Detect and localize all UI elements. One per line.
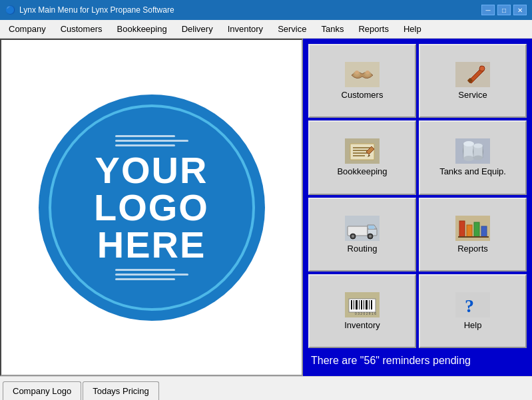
service-icon: [455, 62, 490, 87]
app-icon: 🔵: [5, 5, 15, 15]
menu-item-delivery[interactable]: Delivery: [174, 20, 220, 38]
logo-circle-outer: YOUR LOGO HERE: [39, 95, 265, 321]
menu-bar: CompanyCustomersBookkeepingDeliveryInven…: [0, 20, 532, 39]
service-label: Service: [458, 90, 487, 100]
svg-point-18: [463, 141, 474, 146]
reports-label: Reports: [457, 244, 488, 254]
routing-icon: [345, 216, 380, 241]
svg-rect-42: [356, 300, 358, 309]
service-button[interactable]: Service: [419, 44, 527, 118]
title-bar: 🔵 Lynx Main Menu for Lynx Propane Softwa…: [0, 0, 532, 20]
routing-button[interactable]: Routing: [308, 198, 416, 272]
logo-line-3: [115, 144, 175, 146]
title-bar-left: 🔵 Lynx Main Menu for Lynx Propane Softwa…: [5, 5, 174, 15]
menu-item-service[interactable]: Service: [270, 20, 314, 38]
bookkeeping-icon: [345, 138, 380, 164]
svg-rect-44: [361, 300, 362, 309]
logo-line-b2: [115, 274, 188, 276]
svg-point-21: [473, 156, 483, 160]
svg-rect-33: [459, 221, 465, 237]
svg-rect-43: [359, 300, 360, 309]
maximize-button[interactable]: □: [497, 5, 511, 15]
menu-item-inventory[interactable]: Inventory: [220, 20, 270, 38]
svg-point-30: [369, 235, 372, 238]
svg-rect-24: [348, 226, 368, 236]
help-label: Help: [464, 320, 482, 330]
svg-rect-36: [481, 226, 487, 237]
customers-icon: [345, 62, 380, 87]
right-panel: Customers Service: [303, 39, 532, 376]
todays-pricing-tab[interactable]: Todays Pricing: [83, 381, 159, 400]
menu-item-customers[interactable]: Customers: [53, 20, 110, 38]
tanks-icon: [455, 138, 490, 164]
logo-line-b1: [115, 269, 175, 271]
window-title: Lynx Main Menu for Lynx Propane Software: [19, 5, 174, 15]
svg-rect-47: [369, 300, 370, 309]
svg-point-4: [366, 71, 370, 75]
logo-line-your: YOUR: [94, 152, 209, 189]
svg-rect-40: [351, 300, 352, 309]
svg-point-28: [352, 235, 354, 238]
svg-text:0 3 2 0 2 8 1 6: 0 3 2 0 2 8 1 6: [355, 311, 376, 315]
logo-line-2: [115, 140, 188, 142]
inventory-icon: 0 3 2 0 2 8 1 6: [345, 292, 380, 317]
svg-rect-34: [467, 225, 472, 237]
menu-item-reports[interactable]: Reports: [351, 20, 396, 38]
svg-point-22: [473, 144, 483, 148]
logo-line-1: [115, 135, 175, 137]
reminder-text: There are "56" reminders pending: [308, 351, 527, 371]
svg-rect-45: [364, 300, 364, 309]
svg-rect-41: [354, 300, 354, 309]
logo-lines-bottom: [115, 269, 188, 280]
logo-line-here: HERE: [94, 226, 209, 264]
reports-icon: [455, 216, 490, 241]
bookkeeping-button[interactable]: Bookkeeping: [308, 120, 416, 194]
svg-rect-35: [474, 222, 479, 237]
tanks-button[interactable]: Tanks and Equip.: [419, 120, 527, 194]
logo-line-logo: LOGO: [94, 189, 209, 226]
minimize-button[interactable]: ─: [481, 5, 495, 15]
tanks-label: Tanks and Equip.: [439, 166, 506, 176]
svg-point-17: [463, 156, 474, 161]
menu-item-tanks[interactable]: Tanks: [314, 20, 351, 38]
help-icon: ?: [455, 292, 490, 317]
menu-item-company[interactable]: Company: [1, 20, 53, 38]
svg-point-3: [355, 71, 359, 75]
title-bar-controls: ─ □ ✕: [481, 5, 527, 15]
svg-rect-5: [455, 62, 490, 87]
grid-buttons: Customers Service: [308, 44, 527, 348]
company-logo-tab[interactable]: Company Logo: [3, 381, 81, 400]
svg-text:?: ?: [465, 296, 474, 316]
logo-line-b3: [115, 278, 175, 280]
menu-item-help[interactable]: Help: [396, 20, 429, 38]
menu-item-bookkeeping[interactable]: Bookkeeping: [110, 20, 174, 38]
logo-panel: YOUR LOGO HERE: [0, 39, 303, 376]
svg-point-6: [479, 66, 485, 71]
routing-label: Routing: [348, 244, 378, 254]
bottom-bar: Company Logo Todays Pricing: [0, 376, 532, 400]
main-content: YOUR LOGO HERE: [0, 39, 532, 376]
logo-text: YOUR LOGO HERE: [94, 152, 209, 264]
svg-rect-31: [369, 226, 374, 229]
logo-lines-top: [115, 135, 188, 146]
bookkeeping-label: Bookkeeping: [337, 166, 387, 176]
svg-rect-48: [371, 300, 372, 309]
inventory-label: Inventory: [344, 320, 380, 330]
inventory-button[interactable]: 0 3 2 0 2 8 1 6 Inventory: [308, 274, 416, 348]
close-button[interactable]: ✕: [513, 5, 527, 15]
customers-button[interactable]: Customers: [308, 44, 416, 118]
help-button[interactable]: ? Help: [419, 274, 527, 348]
customers-label: Customers: [342, 90, 384, 100]
svg-rect-46: [366, 300, 368, 309]
logo-circle-inner: YOUR LOGO HERE: [49, 104, 255, 311]
reports-button[interactable]: Reports: [419, 198, 527, 272]
